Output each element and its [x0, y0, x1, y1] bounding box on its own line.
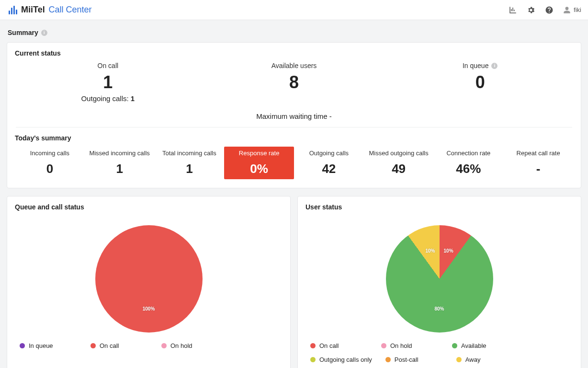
brand-logo-icon [9, 6, 17, 14]
summary-val: 0 [17, 161, 83, 176]
summary-col: Missed outgoing calls49 [364, 147, 434, 179]
brand[interactable]: MiiTel Call Center [9, 5, 92, 15]
current-status-row: On call 1 Outgoing calls: 1 Available us… [15, 62, 573, 103]
legend-label: On hold [170, 342, 192, 349]
user-icon [563, 6, 571, 14]
summary-val: 42 [296, 161, 362, 176]
pie-slice-label: 10% [444, 248, 453, 253]
summary-card: Current status On call 1 Outgoing calls:… [7, 42, 581, 188]
legend-item[interactable]: On hold [381, 342, 439, 349]
legend-item[interactable]: On call [310, 342, 368, 349]
summary-lbl: Outgoing calls [296, 150, 362, 157]
legend-swatch [161, 343, 167, 348]
summary-lbl: Missed incoming calls [87, 150, 153, 157]
current-status-label: Current status [15, 49, 573, 57]
pie-slice-label: 10% [425, 248, 435, 253]
summary-col: Total incoming calls1 [155, 147, 225, 179]
queue-card-title: Queue and call status [15, 203, 283, 211]
user-card-title: User status [305, 203, 573, 211]
summary-col: Connection rate46% [434, 147, 504, 179]
legend-item[interactable]: Outgoing calls only [310, 356, 372, 363]
divider [16, 127, 572, 127]
pie-slice-label: 80% [434, 306, 444, 311]
summary-lbl: Repeat call rate [505, 150, 571, 157]
legend-swatch [456, 357, 462, 362]
user-status-pie: 10%80%10% [386, 225, 493, 333]
legend-item[interactable]: On call [90, 342, 148, 349]
summary-val: - [505, 161, 571, 176]
topbar-actions: fiki [509, 6, 581, 14]
summary-lbl: Incoming calls [17, 150, 83, 157]
max-wait: Maximum waiting time - [15, 112, 573, 120]
info-icon[interactable]: i [491, 63, 498, 69]
summary-val: 1 [87, 161, 153, 176]
todays-summary-row: Incoming calls0Missed incoming calls1Tot… [15, 147, 573, 179]
legend-swatch [381, 343, 386, 348]
legend-label: Available [461, 342, 486, 349]
summary-col: Missed incoming calls1 [85, 147, 155, 179]
user-status-card: User status 10%80%10% On callOn holdAvai… [297, 196, 581, 368]
legend-swatch [20, 343, 25, 348]
todays-summary-label: Today's summary [15, 134, 573, 142]
legend-label: Outgoing calls only [319, 356, 372, 363]
legend-label: On hold [390, 342, 412, 349]
summary-val: 1 [157, 161, 223, 176]
summary-lbl: Response rate [226, 150, 292, 157]
page: Summary i Current status On call 1 Outgo… [0, 20, 588, 368]
legend-swatch [310, 343, 316, 348]
status-available: Available users 8 [201, 62, 387, 103]
summary-val: 46% [436, 161, 502, 176]
legend-label: On call [319, 342, 339, 349]
legend-label: Away [465, 356, 481, 363]
legend-item[interactable]: On hold [161, 342, 219, 349]
queue-status-pie: 100% [95, 225, 203, 333]
summary-val: 49 [366, 161, 432, 176]
summary-lbl: Connection rate [436, 150, 502, 157]
summary-lbl: Total incoming calls [157, 150, 223, 157]
legend-label: Post-call [395, 356, 418, 363]
queue-status-card: Queue and call status 100% In queueOn ca… [7, 196, 291, 368]
gear-icon[interactable] [527, 6, 535, 14]
summary-col: Repeat call rate- [503, 147, 573, 179]
status-on-call: On call 1 Outgoing calls: 1 [15, 62, 201, 103]
legend-swatch [310, 357, 316, 362]
legend-item[interactable]: In queue [20, 342, 77, 349]
summary-col: Incoming calls0 [15, 147, 85, 179]
topbar: MiiTel Call Center fiki [0, 0, 588, 20]
legend-swatch [385, 357, 391, 362]
legend-label: In queue [29, 342, 53, 349]
help-icon[interactable] [545, 6, 554, 14]
info-icon[interactable]: i [41, 30, 47, 36]
summary-col: Response rate0% [224, 147, 294, 179]
legend-item[interactable]: Away [456, 356, 514, 363]
charts-row: Queue and call status 100% In queueOn ca… [7, 196, 581, 368]
summary-col: Outgoing calls42 [294, 147, 364, 179]
summary-val: 0% [226, 161, 292, 176]
legend-swatch [90, 343, 96, 348]
queue-status-legend: In queueOn callOn hold [15, 339, 283, 351]
status-in-queue: In queue i 0 [387, 62, 573, 103]
summary-lbl: Missed outgoing calls [366, 150, 432, 157]
brand-main: MiiTel [21, 5, 45, 14]
analytics-icon[interactable] [509, 6, 517, 14]
legend-label: On call [100, 342, 119, 349]
user-menu[interactable]: fiki [563, 6, 581, 14]
pie-slice-label: 100% [143, 306, 155, 311]
legend-item[interactable]: Available [452, 342, 509, 349]
user-status-legend: On callOn holdAvailableOutgoing calls on… [305, 339, 573, 368]
username: fiki [574, 6, 581, 13]
legend-item[interactable]: Post-call [385, 356, 443, 363]
page-title: Summary i [8, 29, 581, 36]
legend-swatch [452, 343, 457, 348]
brand-sub: Call Center [49, 5, 92, 14]
